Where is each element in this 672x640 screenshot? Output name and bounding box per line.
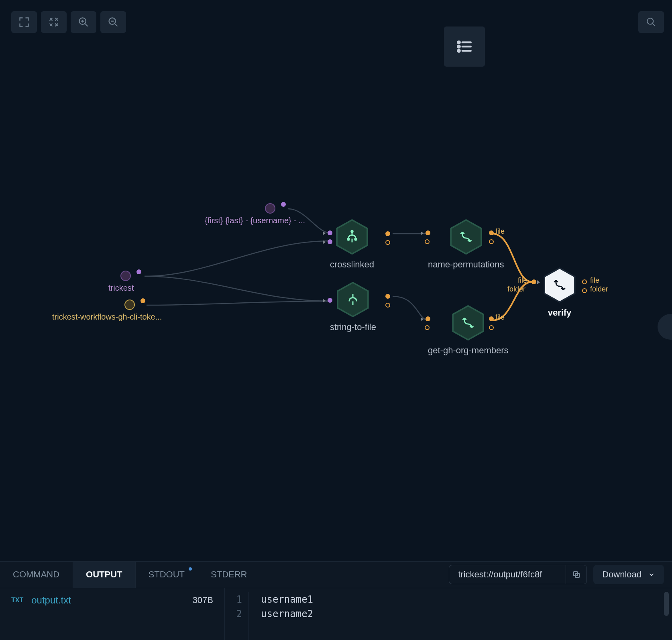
node-title: name-permutations xyxy=(428,259,504,270)
download-label: Download xyxy=(602,569,641,580)
input-port-dot xyxy=(328,230,332,235)
fork-icon xyxy=(345,230,359,244)
input-port-file[interactable] xyxy=(531,279,536,284)
node-title: string-to-file xyxy=(330,322,376,332)
node-title: get-gh-org-members xyxy=(428,345,509,356)
output-port[interactable] xyxy=(136,269,141,274)
input-port-dot xyxy=(328,239,332,244)
node-param-trickest[interactable]: trickest xyxy=(120,271,141,293)
download-button[interactable]: Download xyxy=(593,565,664,584)
svg-point-17 xyxy=(355,238,357,241)
copy-icon xyxy=(572,570,581,579)
node-param-template[interactable]: {first} {last} - {username} - ... xyxy=(265,203,305,225)
merge-icon xyxy=(552,278,567,292)
tab-stderr[interactable]: STDERR xyxy=(198,562,260,588)
file-name: output.txt xyxy=(31,595,184,606)
port-label-folder-out: folder xyxy=(590,285,608,294)
tab-stdout[interactable]: STDOUT xyxy=(136,562,198,588)
node-title: verify xyxy=(548,308,572,318)
output-path-text[interactable]: trickest://output/f6fc8f xyxy=(449,569,566,580)
param-label: {first} {last} - {username} - ... xyxy=(205,216,305,225)
input-port[interactable] xyxy=(323,231,326,235)
line-number: 1 xyxy=(225,592,242,607)
node-crosslinked[interactable]: crosslinked xyxy=(330,219,374,270)
node-title: crosslinked xyxy=(330,259,374,270)
param-label: trickest xyxy=(108,283,141,293)
port-label-file-out: file xyxy=(590,276,599,285)
port-label-file: file xyxy=(495,313,505,322)
chevron-down-icon xyxy=(648,571,655,578)
output-port[interactable] xyxy=(141,298,145,303)
param-label: trickest-workflows-gh-cli-toke... xyxy=(52,312,162,322)
output-port-optional[interactable] xyxy=(489,325,494,330)
input-port-dot xyxy=(426,230,430,235)
merge-icon xyxy=(461,316,475,330)
port-label-file-in: file xyxy=(518,276,527,285)
node-verify[interactable]: verify file folder file folder xyxy=(542,267,577,318)
input-arrow xyxy=(537,280,540,284)
code-line: username2 xyxy=(261,607,313,621)
copy-path-button[interactable] xyxy=(566,565,586,584)
node-string-to-file[interactable]: string-to-file xyxy=(330,282,376,332)
file-row[interactable]: TXT output.txt 307B xyxy=(0,588,224,612)
port-label-file: file xyxy=(495,227,505,236)
activity-dot-icon xyxy=(189,567,192,571)
svg-point-15 xyxy=(351,230,353,232)
line-number: 2 xyxy=(225,607,242,621)
param-badge-icon xyxy=(265,203,275,214)
input-port[interactable] xyxy=(421,317,424,321)
output-path-box: trickest://output/f6fc8f xyxy=(449,565,587,584)
input-port[interactable] xyxy=(323,240,326,244)
port-label-folder-in: folder xyxy=(507,285,525,294)
param-badge-icon xyxy=(120,271,131,281)
output-port-file[interactable] xyxy=(489,316,494,321)
output-panel: COMMAND OUTPUT STDOUT STDERR trickest://… xyxy=(0,561,672,640)
file-content-view: 1 2 username1 username2 xyxy=(225,588,672,640)
file-size: 307B xyxy=(193,595,213,605)
input-port[interactable] xyxy=(421,231,424,235)
param-badge-icon xyxy=(124,300,135,310)
fork-icon xyxy=(346,292,360,307)
input-port-dot xyxy=(328,298,332,303)
panel-tab-row: COMMAND OUTPUT STDOUT STDERR trickest://… xyxy=(0,562,672,588)
output-port-optional[interactable] xyxy=(385,303,390,308)
svg-point-16 xyxy=(348,238,350,241)
output-port-optional[interactable] xyxy=(489,239,494,244)
input-port-dot xyxy=(426,316,430,321)
file-list: TXT output.txt 307B xyxy=(0,588,225,640)
output-port[interactable] xyxy=(385,231,390,236)
node-param-token[interactable]: trickest-workflows-gh-cli-toke... xyxy=(124,300,162,322)
node-name-permutations[interactable]: name-permutations file xyxy=(428,219,504,270)
line-number-gutter: 1 2 xyxy=(225,592,249,640)
input-port[interactable] xyxy=(323,299,326,303)
code-lines[interactable]: username1 username2 xyxy=(249,592,313,640)
code-line: username1 xyxy=(261,592,313,607)
node-get-gh-org-members[interactable]: get-gh-org-members file xyxy=(428,305,509,356)
output-port-file[interactable] xyxy=(489,230,494,235)
file-type-badge: TXT xyxy=(11,597,23,604)
output-port-file[interactable] xyxy=(582,279,587,284)
merge-icon xyxy=(459,230,473,244)
output-port-folder[interactable] xyxy=(582,288,587,293)
output-port-optional[interactable] xyxy=(385,240,390,245)
tab-command[interactable]: COMMAND xyxy=(0,562,73,588)
tab-output[interactable]: OUTPUT xyxy=(73,562,135,588)
workflow-canvas[interactable]: {first} {last} - {username} - ... tricke… xyxy=(0,0,672,562)
input-port-optional[interactable] xyxy=(425,239,430,244)
output-port[interactable] xyxy=(385,294,390,299)
input-port-optional[interactable] xyxy=(425,325,430,330)
tab-stdout-label: STDOUT xyxy=(149,569,185,580)
content-scrollbar[interactable] xyxy=(664,592,669,616)
output-port[interactable] xyxy=(281,202,286,207)
